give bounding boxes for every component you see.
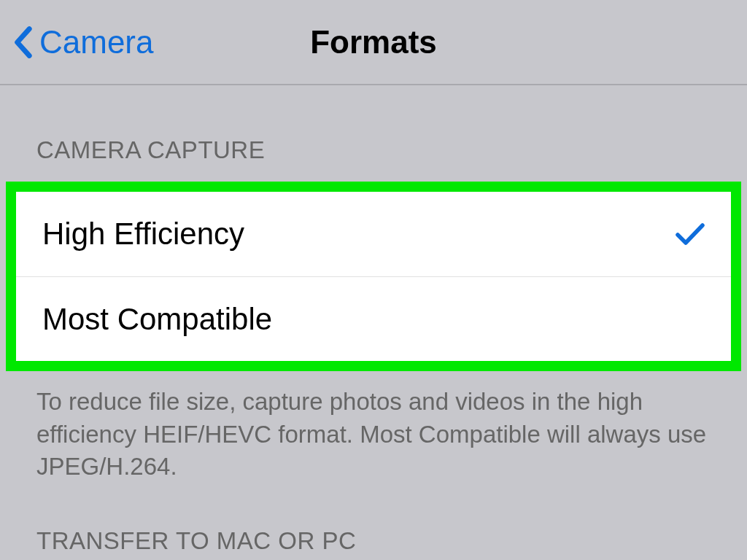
section-header-camera-capture: CAMERA CAPTURE [0, 136, 747, 164]
navbar: Camera Formats [0, 0, 747, 85]
section-footer-camera-capture: To reduce file size, capture photos and … [0, 371, 747, 483]
highlight-annotation: High Efficiency Most Compatible [6, 182, 741, 371]
option-most-compatible[interactable]: Most Compatible [16, 276, 731, 361]
back-button[interactable]: Camera [13, 24, 154, 61]
section-header-transfer: TRANSFER TO MAC OR PC [0, 527, 747, 555]
camera-capture-options: High Efficiency Most Compatible [16, 192, 731, 361]
back-label: Camera [39, 24, 154, 61]
option-high-efficiency[interactable]: High Efficiency [16, 192, 731, 276]
page-title: Formats [310, 24, 437, 61]
chevron-left-icon [13, 26, 32, 58]
checkmark-icon [676, 222, 705, 246]
option-label: Most Compatible [42, 302, 272, 337]
option-label: High Efficiency [42, 217, 244, 252]
